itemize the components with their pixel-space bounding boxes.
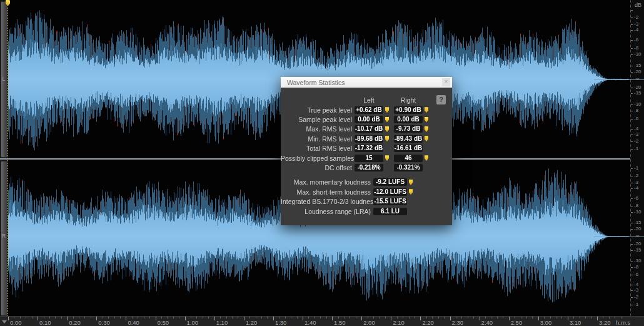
marker-pin-icon[interactable] (385, 126, 389, 132)
db-tick (631, 93, 633, 94)
db-tick-label: -3 (634, 132, 638, 137)
timeline-minor-tick (14, 317, 14, 318)
timeline-minor-tick (138, 317, 138, 318)
timeline-minor-tick (338, 317, 339, 318)
db-tick-label: -3 (634, 288, 638, 293)
db-tick (631, 285, 633, 285)
db-tick-label: -1 (634, 302, 638, 307)
timeline-tick-label: 1:40 (304, 319, 316, 326)
timeline-minor-tick (320, 317, 321, 318)
db-tick (631, 24, 633, 25)
timeline-minor-tick (485, 317, 486, 318)
close-icon[interactable]: × (442, 78, 450, 86)
db-tick (631, 244, 633, 245)
timeline-major-tick (67, 317, 68, 320)
timeline-minor-tick (550, 317, 551, 318)
db-tick (631, 66, 633, 66)
timeline-tick-label: 2:30 (452, 319, 464, 326)
timeline-minor-tick (373, 317, 374, 318)
column-headers: Left Right (281, 96, 452, 104)
timeline-minor-tick (621, 317, 621, 318)
dialog-titlebar[interactable]: Waveform Statistics × (281, 77, 452, 88)
timeline-minor-tick (497, 317, 498, 318)
timeline-minor-tick (232, 317, 233, 318)
timeline-tick-label: 1:20 (246, 319, 258, 326)
timeline-tick-label: 0:50 (158, 319, 169, 326)
stat-value-left: -0.218% (355, 164, 383, 171)
db-tick (631, 54, 633, 55)
db-tick (631, 275, 633, 275)
timeline-minor-tick (415, 317, 415, 318)
timeline-tick-label: 0:20 (69, 319, 81, 326)
timeline-minor-tick (503, 317, 503, 318)
timeline-minor-tick (49, 317, 50, 318)
timeline-tick-label: 0:10 (39, 319, 51, 326)
timeline-unit-label: h:m:s (616, 319, 630, 326)
timeline-minor-tick (556, 317, 556, 318)
marker-pin-icon[interactable] (385, 155, 389, 161)
timeline-minor-tick (379, 317, 380, 318)
db-tick (631, 206, 633, 206)
marker-pin-icon[interactable] (425, 126, 428, 132)
stat-value-right: -0.321% (394, 164, 423, 171)
marker-pin-icon[interactable] (385, 136, 389, 141)
timeline-major-tick (391, 317, 391, 320)
scroll-down-icon[interactable] (2, 320, 7, 323)
stat-row: True peak level+0.62 dB+0.90 dB (281, 105, 452, 115)
audio-editor-window: L R dB -1-2-2-3-3-4-4-6-6-8-8-10-10-15-1… (0, 0, 644, 326)
marker-pin-icon[interactable] (425, 117, 428, 123)
marker-pin-icon[interactable] (385, 117, 389, 123)
db-tick (631, 229, 633, 230)
stat-label: Total RMS level (281, 145, 355, 152)
db-ruler[interactable]: dB -1-2-2-3-3-4-4-6-6-8-8-10-10-15-15-20… (630, 0, 644, 316)
timeline-major-tick (156, 317, 156, 320)
help-button[interactable]: ? (436, 95, 446, 104)
timeline-minor-tick (191, 317, 191, 318)
db-tick (631, 104, 633, 105)
timeline-tick-label: 2:00 (363, 319, 375, 326)
marker-pin-icon[interactable] (409, 189, 413, 195)
timeline-major-tick (332, 317, 333, 320)
loudness-label: Integrated BS.1770-2/3 loudness (281, 198, 373, 205)
timeline-minor-tick (573, 317, 574, 318)
timeline-minor-tick (84, 317, 85, 318)
loudness-row: Integrated BS.1770-2/3 loudness-15.5 LUF… (281, 197, 452, 206)
db-tick-label: -4 (634, 282, 638, 287)
db-tick-label: -2 (634, 173, 638, 178)
marker-pin-icon[interactable] (409, 180, 413, 185)
timeline-major-tick (273, 317, 274, 320)
db-tick-label: -2 (634, 295, 638, 300)
stat-label: Min. RMS level (281, 135, 355, 143)
timeline-minor-tick (591, 317, 592, 318)
timeline-minor-tick (203, 317, 203, 318)
timeline-minor-tick (103, 317, 103, 318)
timeline-minor-tick (544, 317, 545, 318)
timeline-ruler[interactable]: h:m:s 0:000:100:200:300:400:501:001:101:… (0, 316, 644, 326)
timeline-minor-tick (432, 317, 433, 318)
timeline-minor-tick (403, 317, 403, 318)
db-tick-label: -4 (634, 126, 638, 131)
db-tick-label: -15 (634, 91, 641, 96)
timeline-minor-tick (26, 317, 26, 318)
timeline-tick-label: 2:40 (481, 319, 493, 326)
db-tick-label: -6 (634, 272, 638, 277)
db-tick-label: -10 (634, 52, 641, 57)
marker-pin-icon[interactable] (425, 155, 428, 161)
timeline-minor-tick (409, 317, 410, 318)
timeline-major-tick (480, 317, 480, 320)
stat-value-left: 0.00 dB (355, 116, 383, 123)
db-tick (631, 149, 633, 150)
db-tick-label: -20 (634, 85, 641, 90)
stat-row: Total RMS level-17.32 dB-16.61 dB (281, 144, 452, 153)
loudness-row: Max. momentary loudness-9.2 LUFS (281, 178, 452, 187)
marker-pin-icon[interactable] (425, 136, 428, 141)
timeline-minor-tick (491, 317, 491, 318)
timeline-minor-tick (473, 317, 474, 318)
db-tick (631, 129, 633, 130)
marker-pin-icon[interactable] (385, 107, 389, 113)
timeline-major-tick (126, 317, 126, 320)
marker-pin-icon[interactable] (425, 107, 428, 113)
timeline-tick-label: 2:20 (422, 319, 434, 326)
timeline-minor-tick (267, 317, 268, 318)
db-tick-label: -20 (634, 242, 641, 247)
